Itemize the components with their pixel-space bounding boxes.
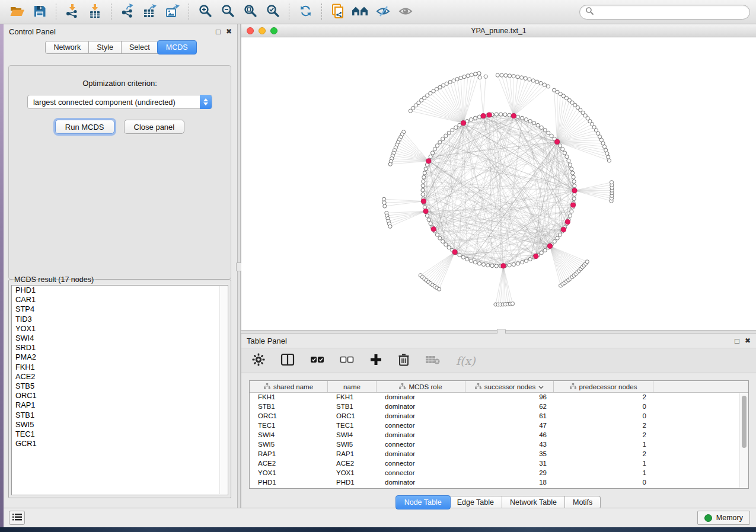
mcds-result-item[interactable]: PMA2 — [12, 352, 228, 362]
network-node[interactable] — [481, 262, 485, 266]
network-node[interactable] — [573, 184, 576, 188]
network-node[interactable] — [433, 148, 436, 151]
network-window-titlebar[interactable]: YPA_prune.txt_1 — [241, 24, 756, 37]
table-row[interactable]: ACE2ACE2connector311 — [250, 459, 748, 469]
network-node[interactable] — [570, 167, 573, 171]
network-node[interactable] — [508, 113, 511, 117]
network-node[interactable] — [461, 255, 465, 259]
create-column-button[interactable] — [369, 353, 382, 368]
memory-button[interactable]: Memory — [697, 511, 750, 525]
mcds-result-item[interactable]: SWI4 — [12, 334, 228, 343]
network-node[interactable] — [553, 239, 556, 243]
network-node[interactable] — [540, 126, 543, 129]
network-node[interactable] — [543, 248, 547, 252]
network-node[interactable] — [441, 239, 445, 243]
network-node[interactable] — [441, 137, 445, 140]
mcds-hub-node[interactable] — [555, 139, 560, 144]
mcds-hub-node[interactable] — [431, 227, 436, 232]
deselect-all-button[interactable] — [340, 353, 354, 368]
mcds-hub-node[interactable] — [461, 121, 465, 126]
network-node[interactable] — [383, 204, 387, 208]
mcds-hub-node[interactable] — [481, 114, 486, 118]
network-node[interactable] — [499, 113, 503, 116]
tab-network[interactable]: Network — [45, 41, 89, 54]
network-node[interactable] — [500, 73, 503, 77]
export-image-button[interactable] — [162, 2, 183, 22]
network-node[interactable] — [508, 264, 511, 267]
delete-table-button[interactable] — [425, 354, 441, 367]
network-node[interactable] — [495, 264, 498, 268]
network-node[interactable] — [512, 75, 515, 78]
network-node[interactable] — [543, 129, 547, 132]
network-node[interactable] — [520, 261, 524, 264]
table-row[interactable]: PHD1PHD1dominator180 — [250, 478, 748, 488]
mcds-hub-node[interactable] — [423, 209, 428, 213]
network-node[interactable] — [455, 78, 459, 81]
select-all-button[interactable] — [310, 353, 324, 368]
mcds-result-item[interactable]: RAP1 — [12, 400, 228, 410]
network-node[interactable] — [495, 113, 498, 116]
network-node[interactable] — [520, 116, 524, 120]
mcds-hub-node[interactable] — [511, 113, 516, 118]
mcds-hub-node[interactable] — [452, 249, 457, 254]
network-node[interactable] — [442, 84, 445, 87]
network-canvas[interactable] — [241, 37, 756, 330]
network-node[interactable] — [508, 74, 511, 78]
network-node[interactable] — [478, 76, 481, 79]
network-node[interactable] — [558, 144, 562, 148]
column-header-MCDS-role[interactable]: MCDS role — [377, 381, 465, 392]
network-node[interactable] — [429, 155, 432, 158]
show-column-panel-button[interactable] — [280, 353, 295, 368]
mcds-hub-node[interactable] — [501, 264, 506, 268]
close-panel-icon[interactable]: ✖ — [226, 28, 232, 36]
clone-network-button[interactable] — [327, 2, 349, 22]
mcds-hub-node[interactable] — [487, 113, 492, 117]
network-node[interactable] — [469, 118, 473, 121]
tab-select[interactable]: Select — [122, 41, 158, 54]
network-node[interactable] — [516, 262, 519, 265]
network-node[interactable] — [531, 79, 535, 82]
network-node[interactable] — [437, 287, 441, 291]
mcds-result-item[interactable]: SRD1 — [12, 343, 228, 352]
export-table-button[interactable] — [139, 2, 161, 22]
criterion-select[interactable]: largest connected component (undirected) — [27, 95, 212, 109]
mcds-result-item[interactable]: TID3 — [12, 315, 228, 324]
network-node[interactable] — [512, 262, 515, 266]
network-node[interactable] — [438, 236, 442, 240]
network-node[interactable] — [496, 73, 499, 77]
network-node[interactable] — [427, 218, 430, 222]
hide-selected-button[interactable] — [372, 2, 394, 22]
network-node[interactable] — [563, 151, 566, 155]
network-graph[interactable] — [241, 37, 756, 330]
network-node[interactable] — [458, 123, 461, 127]
network-node[interactable] — [445, 82, 448, 85]
zoom-in-button[interactable] — [194, 2, 216, 22]
network-node[interactable] — [516, 75, 519, 79]
network-node[interactable] — [524, 76, 527, 80]
network-node[interactable] — [568, 214, 572, 217]
import-network-button[interactable] — [62, 2, 83, 22]
network-node[interactable] — [422, 175, 426, 179]
mcds-result-item[interactable]: ORC1 — [12, 391, 228, 400]
network-node[interactable] — [546, 85, 550, 88]
float-window-icon[interactable]: □ — [216, 28, 221, 36]
search-box[interactable] — [579, 5, 750, 20]
scrollbar-thumb[interactable] — [742, 396, 747, 448]
network-node[interactable] — [382, 197, 385, 201]
tab-edge-table[interactable]: Edge Table — [449, 496, 502, 509]
mcds-result-item[interactable]: ACE2 — [12, 372, 228, 382]
first-neighbors-button[interactable] — [350, 2, 371, 22]
network-node[interactable] — [528, 78, 531, 81]
table-row[interactable]: FKH1FKH1dominator962 — [250, 393, 748, 402]
table-row[interactable]: YOX1YOX1connector291 — [250, 469, 748, 478]
network-node[interactable] — [470, 73, 473, 76]
network-node[interactable] — [610, 181, 613, 184]
network-node[interactable] — [409, 109, 412, 113]
network-node[interactable] — [561, 148, 564, 151]
delete-column-button[interactable] — [398, 353, 410, 368]
network-node[interactable] — [547, 131, 550, 134]
network-node[interactable] — [570, 210, 573, 213]
network-node[interactable] — [452, 79, 455, 82]
network-node[interactable] — [571, 171, 575, 175]
mcds-result-item[interactable]: GCR1 — [12, 439, 228, 448]
